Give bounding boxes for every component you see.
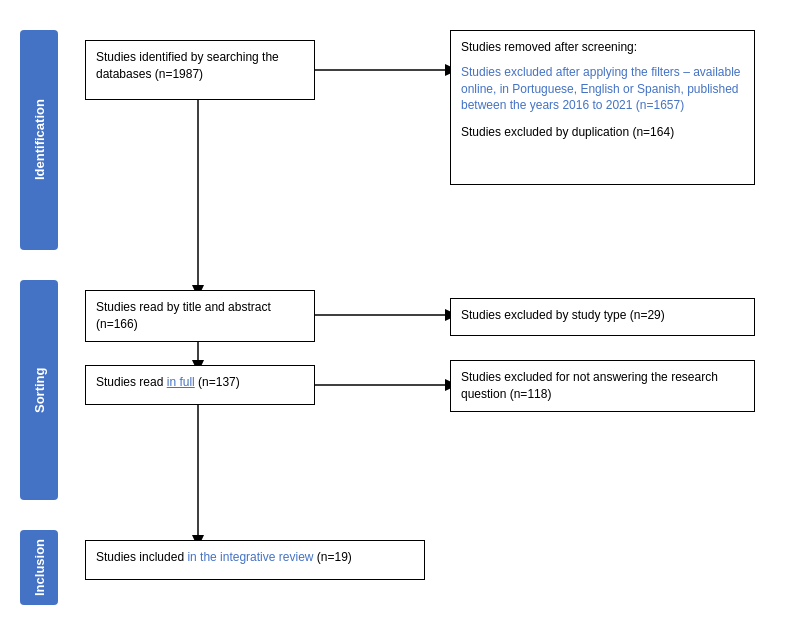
- box-included: Studies included in the integrative revi…: [85, 540, 425, 580]
- excluded-type-text: Studies excluded by study type (n=29): [461, 308, 665, 322]
- removed-line1: Studies excluded after applying the filt…: [461, 64, 744, 114]
- excluded-question-text: Studies excluded for not answering the r…: [461, 370, 718, 401]
- box-title-abstract: Studies read by title and abstract (n=16…: [85, 290, 315, 342]
- box-removed: Studies removed after screening: Studies…: [450, 30, 755, 185]
- phase-identification: Identification: [20, 30, 58, 250]
- identified-text: Studies identified by searching the data…: [96, 50, 279, 81]
- box-excluded-type: Studies excluded by study type (n=29): [450, 298, 755, 336]
- removed-line2: Studies excluded by duplication (n=164): [461, 124, 744, 141]
- prisma-diagram: Identification Studies identified by sea…: [0, 0, 792, 628]
- box-excluded-question: Studies excluded for not answering the r…: [450, 360, 755, 412]
- phase-sorting: Sorting: [20, 280, 58, 500]
- phase-inclusion: Inclusion: [20, 530, 58, 605]
- title-abstract-text: Studies read by title and abstract (n=16…: [96, 300, 271, 331]
- included-text: Studies included in the integrative revi…: [96, 550, 352, 564]
- removed-heading: Studies removed after screening:: [461, 39, 744, 56]
- box-full-text: Studies read in full (n=137): [85, 365, 315, 405]
- box-identified: Studies identified by searching the data…: [85, 40, 315, 100]
- full-text-text: Studies read in full (n=137): [96, 375, 240, 389]
